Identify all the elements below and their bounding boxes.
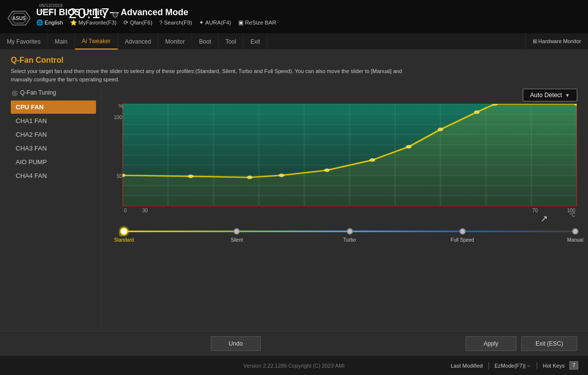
qfan-tuning-label: ◎ Q-Fan Tuning [11,89,96,97]
fan-item-cha1[interactable]: CHA1 FAN [11,114,96,127]
nav-main[interactable]: Main [48,33,75,50]
slider-point-turbo[interactable] [346,228,353,235]
qfan-btn[interactable]: ⟳ Qfan(F6) [123,19,152,26]
slider-point-standard[interactable] [120,227,128,235]
nav-tool[interactable]: Tool [219,33,244,50]
slider-label-turbo: Turbo [343,237,356,243]
language-selector[interactable]: 🌐 English [36,19,63,26]
slider-label-silent: Silent [231,237,243,243]
slider-label-standard: Standard [114,237,134,243]
resize-bar-btn[interactable]: ▣ ReSize BAR [238,19,276,26]
fan-item-cha3[interactable]: CHA3 FAN [11,142,96,155]
apply-button[interactable]: Apply [466,336,516,351]
footer-bar: Version 2.22.1286 Copyright (C) 2023 AMI… [0,355,588,375]
nav-my-favorites[interactable]: My Favorites [0,33,48,50]
ez-mode-label[interactable]: EzMode(F7)|→ [494,363,531,369]
chart-area: Auto Detect ▼ % 100 50 0 0 [101,89,577,327]
fan-item-cha2[interactable]: CHA2 FAN [11,128,96,141]
date-display: 05/12/2023 [39,3,63,8]
asus-logo: ASUS [8,7,30,26]
slider-point-silent[interactable] [234,228,240,235]
undo-button[interactable]: Undo [211,336,261,351]
nav-boot[interactable]: Boot [192,33,219,50]
slider-point-fullspeed[interactable] [459,228,466,235]
fan-item-cha4[interactable]: CHA4 FAN [11,169,96,182]
action-bar: Undo Apply Exit (ESC) [0,331,588,355]
nav-advanced[interactable]: Advanced [118,33,158,50]
bios-title: UEFI BIOS Utility — Advanced Mode [36,7,588,18]
slider-point-manual[interactable] [572,228,579,235]
footer-divider-2: | [536,361,538,370]
slider-label-fullspeed: Full Speed [451,237,474,243]
last-modified-label: Last Modified [451,363,483,369]
y-axis-100: 100 [114,115,122,120]
nav-hardware-monitor[interactable]: ⊞ Hardware Monitor [525,33,588,50]
svg-text:ASUS: ASUS [12,16,26,21]
nav-exit[interactable]: Exit [244,33,268,50]
y-label-percent: % [119,103,123,109]
settings-icon[interactable]: ⚙ [112,10,119,20]
fan-speed-chart [122,103,577,206]
globe-icon: 🌐 [36,19,43,26]
dropdown-arrow-icon: ▼ [565,93,570,98]
hot-keys-label: Hot Keys [543,363,565,369]
hot-keys-badge: 7 [569,361,578,370]
search-btn[interactable]: ? Search(F9) [159,20,192,25]
fan-item-aio[interactable]: AIO PUMP [11,155,96,169]
panel-header: Q-Fan Control Select your target fan and… [11,56,577,84]
fan-icon: ◎ [12,89,18,97]
panel-title: Q-Fan Control [11,56,577,65]
aura-btn[interactable]: ✦ AURA(F4) [199,19,231,26]
day-display: Friday [39,8,63,13]
time-display: 20:17 [69,5,110,22]
nav-bar: My Favorites Main Ai Tweaker Advanced Mo… [0,33,588,50]
fan-item-cpu[interactable]: CPU FAN [11,100,96,114]
panel-description: Select your target fan and then move the… [11,67,422,84]
auto-detect-button[interactable]: Auto Detect ▼ [523,89,577,101]
exit-button[interactable]: Exit (ESC) [521,336,577,351]
fan-sidebar: ◎ Q-Fan Tuning CPU FAN CHA1 FAN CHA2 FAN… [11,89,101,327]
footer-divider-1: | [488,361,490,370]
nav-ai-tweaker[interactable]: Ai Tweaker [75,33,118,50]
main-panel: Q-Fan Control Select your target fan and… [0,50,588,331]
y-axis-50: 50 [117,174,122,179]
x-unit-label: °C [122,212,577,218]
nav-monitor[interactable]: Monitor [158,33,192,50]
version-text: Version 2.22.1286 Copyright (C) 2023 AMI [199,363,389,369]
slider-label-manual: Manual [567,237,584,243]
